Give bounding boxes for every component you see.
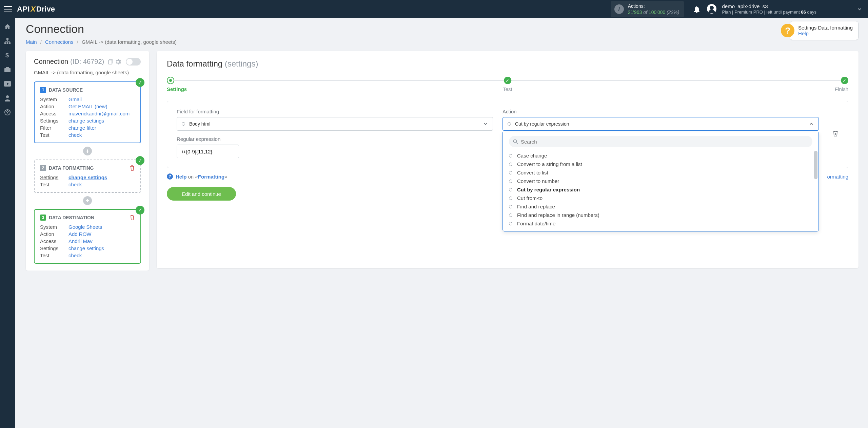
radio-icon bbox=[509, 180, 512, 183]
user-menu[interactable]: demo_apix-drive_s3 Plan | Premium PRO | … bbox=[722, 3, 816, 15]
dropdown-option[interactable]: Cut by regular expression bbox=[509, 185, 816, 194]
dropdown-option[interactable]: Cut from-to bbox=[509, 194, 816, 202]
step-dest-title: DATA DESTINATION bbox=[49, 215, 94, 220]
dest-test[interactable]: check bbox=[68, 253, 135, 258]
help-callout-link[interactable]: Help bbox=[798, 31, 809, 36]
field-select[interactable]: Body html bbox=[177, 117, 493, 131]
add-formatting-link[interactable]: ormatting bbox=[827, 174, 848, 180]
dropdown-option[interactable]: Find and replace in range (numbers) bbox=[509, 211, 816, 219]
dest-access[interactable]: Andrii Mav bbox=[68, 238, 135, 244]
dropdown-option[interactable]: Case change bbox=[509, 151, 816, 160]
logo[interactable]: APIXDrive bbox=[17, 5, 55, 14]
rp-title-main: Data formatting bbox=[167, 59, 222, 68]
step-formatting-title: DATA FORMATTING bbox=[49, 165, 94, 171]
dropdown-search-input[interactable] bbox=[521, 139, 808, 145]
check-icon: ✓ bbox=[136, 206, 144, 215]
source-access[interactable]: maverickandrii@gmail.com bbox=[68, 111, 135, 116]
svg-rect-2 bbox=[7, 42, 8, 44]
crumb-main[interactable]: Main bbox=[26, 39, 37, 45]
dropdown-option[interactable]: Convert to number bbox=[509, 177, 816, 185]
radio-icon bbox=[509, 222, 512, 225]
user-avatar-icon[interactable] bbox=[707, 4, 716, 15]
step-dot-test[interactable]: ✓ bbox=[504, 77, 511, 84]
home-icon[interactable] bbox=[4, 23, 11, 31]
chevron-down-icon[interactable] bbox=[857, 7, 862, 12]
dollar-icon[interactable]: $ bbox=[4, 52, 11, 59]
notifications-icon[interactable] bbox=[693, 5, 700, 13]
formatting-settings[interactable]: change settings bbox=[68, 174, 135, 180]
source-test[interactable]: check bbox=[68, 132, 135, 138]
scrollbar[interactable] bbox=[814, 151, 817, 179]
briefcase-icon[interactable] bbox=[4, 66, 11, 73]
step-data-formatting[interactable]: ✓ 2 DATA FORMATTING Settingschange setti… bbox=[34, 160, 141, 193]
dropdown-option[interactable]: Convert to a string from a list bbox=[509, 160, 816, 168]
user-icon[interactable] bbox=[4, 94, 11, 102]
formatting-test[interactable]: check bbox=[68, 182, 135, 187]
step-source-title: DATA SOURCE bbox=[49, 87, 83, 93]
trash-icon[interactable] bbox=[130, 165, 135, 171]
dest-action[interactable]: Add ROW bbox=[68, 231, 135, 237]
step-dot-finish[interactable]: ✓ bbox=[841, 77, 848, 84]
help-badge-icon[interactable]: ? bbox=[781, 24, 794, 37]
page-title: Connection bbox=[26, 22, 177, 36]
edit-continue-button[interactable]: Edit and continue bbox=[167, 187, 236, 201]
rp-title-sub: (settings) bbox=[225, 59, 258, 68]
connection-id: (ID: 46792) bbox=[70, 58, 104, 66]
breadcrumb: Main / Connections / GMAIL -> (data form… bbox=[26, 39, 177, 45]
actions-total: 100'000 bbox=[649, 10, 665, 15]
step-dot-settings[interactable] bbox=[167, 77, 174, 84]
actions-of: of bbox=[643, 10, 647, 15]
check-icon: ✓ bbox=[136, 156, 144, 165]
svg-rect-5 bbox=[4, 68, 11, 72]
sitemap-icon[interactable] bbox=[4, 37, 11, 45]
username: demo_apix-drive_s3 bbox=[722, 3, 816, 10]
help-icon[interactable] bbox=[4, 109, 11, 116]
radio-icon bbox=[509, 188, 512, 191]
add-step-button[interactable]: + bbox=[83, 196, 92, 205]
dropdown-option[interactable]: Find and replace bbox=[509, 202, 816, 211]
regex-input[interactable] bbox=[177, 145, 239, 158]
radio-icon bbox=[509, 163, 512, 166]
info-icon: i bbox=[614, 4, 624, 14]
action-dropdown: Case changeConvert to a string from a li… bbox=[502, 132, 819, 231]
source-filter[interactable]: change filter bbox=[68, 125, 135, 131]
add-step-button[interactable]: + bbox=[83, 147, 92, 155]
dropdown-option[interactable]: Format date/time bbox=[509, 219, 816, 228]
source-system[interactable]: Gmail bbox=[68, 96, 135, 102]
radio-icon bbox=[508, 122, 511, 126]
source-settings[interactable]: change settings bbox=[68, 118, 135, 124]
step-data-destination[interactable]: ✓ 3 DATA DESTINATION SystemGoogle Sheets… bbox=[34, 209, 141, 264]
source-action[interactable]: Get EMAIL (new) bbox=[68, 104, 135, 109]
action-select[interactable]: Cut by regular expression bbox=[502, 117, 819, 131]
svg-rect-6 bbox=[6, 67, 9, 68]
help-topic-link[interactable]: Formatting bbox=[198, 174, 224, 180]
help-link[interactable]: Help bbox=[176, 174, 187, 180]
left-rail: $ bbox=[0, 18, 15, 271]
copy-icon[interactable] bbox=[107, 59, 113, 65]
radio-icon bbox=[509, 205, 512, 208]
crumb-current: GMAIL -> (data formatting, google sheets… bbox=[82, 39, 177, 45]
chevron-up-icon bbox=[809, 122, 814, 126]
svg-point-10 bbox=[7, 114, 8, 114]
dropdown-option[interactable]: Convert to list bbox=[509, 168, 816, 177]
field-value: Body html bbox=[189, 121, 210, 127]
radio-icon bbox=[509, 154, 512, 157]
actions-pct: (22%) bbox=[667, 10, 679, 15]
stepper: Settings ✓ Test ✓ Finish bbox=[167, 77, 848, 92]
gear-icon[interactable] bbox=[115, 59, 121, 65]
youtube-icon[interactable] bbox=[4, 80, 11, 88]
step-data-source[interactable]: ✓ 1 DATA SOURCE SystemGmail ActionGet EM… bbox=[34, 81, 141, 143]
trash-icon[interactable] bbox=[130, 215, 135, 221]
delete-formatting-button[interactable] bbox=[832, 109, 839, 158]
svg-text:$: $ bbox=[5, 52, 9, 59]
actions-counter[interactable]: i Actions: 21'963 of 100'000 (22%) bbox=[611, 1, 684, 17]
settings-panel: Data formatting (settings) Settings ✓ Te… bbox=[157, 51, 859, 268]
svg-rect-11 bbox=[108, 60, 112, 64]
chevron-down-icon bbox=[483, 122, 488, 126]
crumb-connections[interactable]: Connections bbox=[45, 39, 73, 45]
menu-toggle[interactable] bbox=[4, 6, 12, 12]
dropdown-search[interactable] bbox=[509, 136, 812, 147]
connection-toggle[interactable] bbox=[126, 58, 141, 66]
dest-system[interactable]: Google Sheets bbox=[68, 224, 135, 230]
dest-settings[interactable]: change settings bbox=[68, 245, 135, 251]
